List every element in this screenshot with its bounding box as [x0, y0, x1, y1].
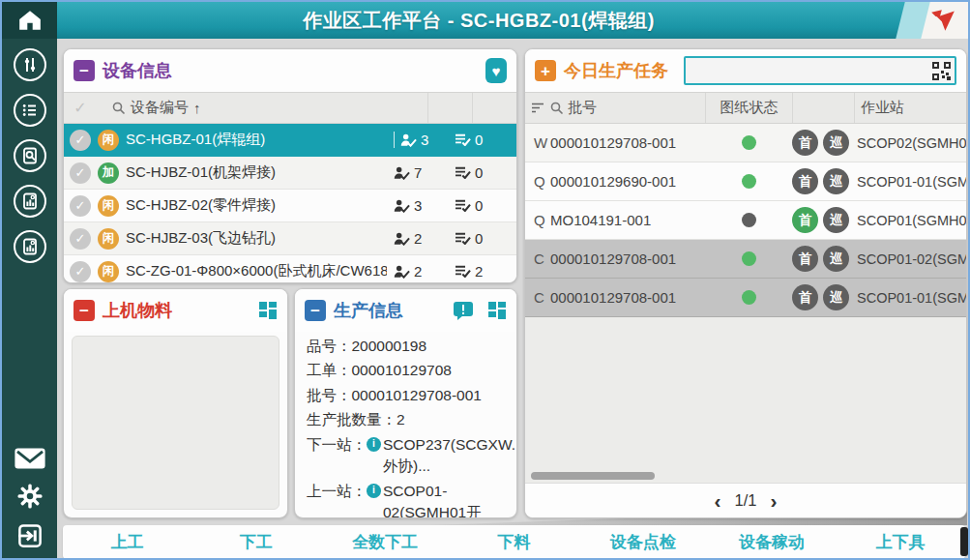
collapse-icon[interactable]: −	[305, 300, 326, 321]
tooling-button[interactable]: 上下具	[837, 525, 965, 559]
field-row: 工单： 000010129708	[307, 360, 513, 381]
equipment-row[interactable]: ✓ 闲 SC-ZG-01-Φ800×6000(卧式机床/CW6180) 2	[64, 255, 516, 282]
column-divider	[427, 93, 472, 123]
bottom-toolbar: 上工 下工 全数下工 下料 设备点检 设备稼动 上下具	[63, 525, 965, 559]
task-flag: Q	[525, 173, 550, 190]
qr-scan-icon[interactable]	[932, 62, 951, 80]
row-check-icon[interactable]: ✓	[70, 195, 91, 217]
mail-icon[interactable]	[14, 446, 46, 471]
field-row: 批号： 000010129708-001	[307, 385, 513, 406]
logout-icon[interactable]	[15, 521, 44, 550]
equipment-check-button[interactable]: 设备点检	[578, 525, 707, 559]
page-title: 作业区工作平台 - SC-HGBZ-01(焊辊组)	[57, 2, 900, 39]
operator-count: 7	[394, 164, 448, 181]
first-inspection-badge[interactable]: 首	[792, 207, 818, 233]
equipment-row[interactable]: ✓ 加 SC-HJBZ-01(机架焊接) 7 0	[64, 157, 516, 190]
operator-count: 2	[394, 230, 448, 247]
first-inspection-badge[interactable]: 首	[792, 168, 818, 194]
row-check-icon[interactable]: ✓	[70, 228, 91, 250]
home-button[interactable]	[2, 2, 57, 39]
production-panel-header: − 生产信息	[295, 289, 516, 332]
batch-column-label: 批号	[568, 99, 597, 117]
prev-page-button[interactable]: ‹	[715, 490, 721, 511]
equipment-row[interactable]: ✓ 闲 SC-HJBZ-02(零件焊接) 3 0	[64, 190, 516, 222]
filter-icon[interactable]	[525, 93, 550, 123]
settings-icon[interactable]	[15, 482, 44, 511]
patrol-inspection-badge[interactable]: 巡	[823, 284, 849, 310]
barcode-search-input[interactable]	[690, 58, 932, 83]
work-station: SCOP01-01(SGM...	[854, 174, 966, 190]
patrol-inspection-badge[interactable]: 巡	[823, 207, 849, 233]
horizontal-scrollbar[interactable]	[531, 472, 655, 480]
edge-handle[interactable]	[960, 527, 968, 556]
search-icon	[112, 102, 126, 115]
report-alt-icon[interactable]	[14, 230, 46, 263]
work-station: SCOP01-02(SGM...	[854, 251, 966, 267]
batch-number: 000010129708-001	[550, 289, 705, 306]
work-station: SCOP02(SGMH0...	[854, 135, 966, 151]
first-inspection-badge[interactable]: 首	[792, 130, 818, 156]
production-info-panel: − 生产信息	[294, 288, 517, 518]
start-work-button[interactable]: 上工	[63, 525, 191, 559]
field-label: 下一站：	[307, 434, 367, 478]
info-icon[interactable]: i	[367, 484, 381, 498]
row-check-icon[interactable]: ✓	[70, 162, 91, 184]
task-row[interactable]: W 000010129708-001 首 巡 SCOP02(SGMH0...	[525, 124, 966, 162]
operator-count: 3	[394, 197, 448, 214]
task-panel-title: 今日生产任务	[564, 59, 668, 82]
equipment-panel-header: − 设备信息 ♥	[64, 49, 516, 92]
row-check-icon[interactable]: ✓	[70, 261, 91, 282]
unload-material-button[interactable]: 下料	[450, 525, 578, 559]
expand-icon[interactable]: +	[535, 60, 556, 81]
job-count: 2	[455, 263, 509, 280]
info-icon[interactable]: i	[367, 437, 381, 452]
grid-view-icon[interactable]	[487, 301, 507, 320]
list-check-icon	[455, 199, 471, 212]
end-all-work-button[interactable]: 全数下工	[321, 525, 450, 559]
task-empty-area	[525, 317, 966, 483]
end-work-button[interactable]: 下工	[191, 525, 320, 559]
patrol-inspection-badge[interactable]: 巡	[823, 130, 849, 156]
task-row[interactable]: Q 000010129690-001 首 巡 SCOP01-01(SGM...	[525, 162, 966, 201]
drawing-status-dot	[742, 135, 756, 150]
grid-view-icon[interactable]	[258, 301, 278, 320]
equipment-code-column[interactable]: 设备编号 ↑	[97, 99, 427, 117]
batch-column[interactable]: 批号	[550, 93, 705, 123]
task-row[interactable]: C 000010129708-001 首 巡 SCOP01-02(SGM...	[525, 240, 966, 279]
select-all-check-icon[interactable]: ✓	[64, 99, 97, 117]
task-row[interactable]: Q MO104191-001 首 巡 SCOP01(SGMH0...	[525, 201, 966, 240]
equipment-name: SC-ZG-01-Φ800×6000(卧式机床/CW6180)	[126, 262, 387, 280]
equipment-row[interactable]: ✓ 闲 SC-HJBZ-03(飞边钻孔) 2 0	[64, 222, 516, 255]
field-label: 生产批数量：	[307, 409, 397, 430]
patrol-inspection-badge[interactable]: 巡	[823, 246, 849, 272]
message-alert-icon[interactable]	[453, 301, 474, 321]
operator-count: 3	[394, 132, 448, 148]
first-inspection-badge[interactable]: 首	[792, 284, 818, 310]
station-column-label: 作业站	[861, 99, 904, 117]
task-row[interactable]: C 000010129708-001 首 巡 SCOP01-01(SGM...	[525, 279, 966, 317]
favorite-heart-button[interactable]: ♥	[485, 58, 507, 83]
barcode-search-box[interactable]	[684, 56, 956, 85]
equipment-usage-button[interactable]: 设备稼动	[707, 525, 836, 559]
next-page-button[interactable]: ›	[770, 490, 777, 511]
batch-number: 000010129708-001	[550, 134, 705, 151]
field-row: 下一站： i SCOP237(SCGXW. 外协)...	[307, 434, 513, 478]
state-badge: 闲	[98, 228, 119, 250]
search-doc-icon[interactable]	[14, 139, 46, 172]
task-list-icon[interactable]	[14, 94, 46, 127]
person-check-icon	[394, 199, 410, 213]
patrol-inspection-badge[interactable]: 巡	[823, 168, 849, 194]
search-icon	[550, 102, 564, 115]
row-check-icon[interactable]: ✓	[70, 130, 91, 151]
collapse-icon[interactable]: −	[73, 300, 95, 321]
report-icon[interactable]	[14, 185, 46, 218]
list-check-icon	[455, 265, 471, 278]
field-value: 000010129708-001	[352, 385, 514, 406]
equipment-row[interactable]: ✓ 闲 SC-HGBZ-01(焊辊组) 3 0	[64, 124, 516, 157]
person-check-icon	[394, 265, 410, 279]
collapse-icon[interactable]: −	[73, 60, 95, 81]
drawing-status-dot	[742, 251, 756, 266]
modules-icon[interactable]	[14, 48, 46, 81]
station-column: 作业站	[854, 93, 966, 123]
first-inspection-badge[interactable]: 首	[792, 246, 818, 272]
